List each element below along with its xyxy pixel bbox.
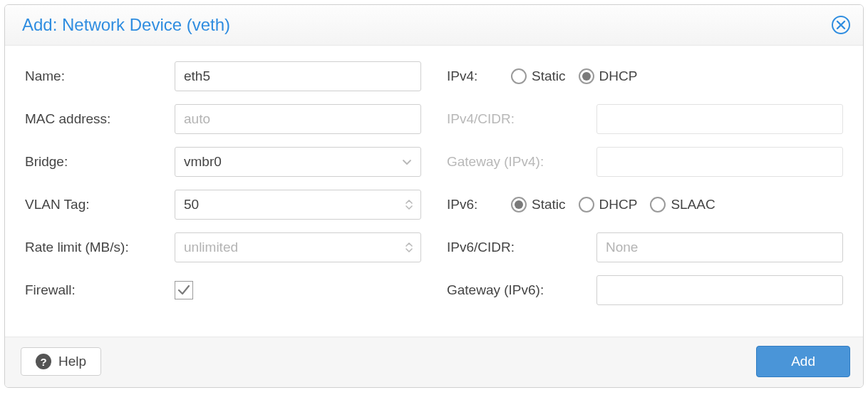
help-icon: ? <box>36 354 51 369</box>
ipv4-dhcp-radio[interactable]: DHCP <box>579 68 638 84</box>
field-name: Name: <box>25 61 421 91</box>
field-mac: MAC address: <box>25 104 421 134</box>
close-button[interactable] <box>832 16 850 34</box>
ipv6-dhcp-radio[interactable]: DHCP <box>579 197 638 212</box>
check-icon <box>177 283 191 297</box>
close-icon <box>836 20 846 30</box>
vlan-value: 50 <box>184 197 405 212</box>
field-ipv4-mode: IPv4: Static DHCP <box>447 61 843 91</box>
ipv4cidr-label: IPv4/CIDR: <box>447 111 596 127</box>
ipv6-label: IPv6: <box>447 197 511 212</box>
field-ipv6-mode: IPv6: Static DHCP SLAAC <box>447 190 843 220</box>
radio-icon <box>511 197 527 212</box>
name-label: Name: <box>25 68 175 84</box>
mac-label: MAC address: <box>25 111 175 127</box>
rate-input[interactable]: unlimited <box>175 232 421 262</box>
gw6-label: Gateway (IPv6): <box>447 282 596 298</box>
gw4-input <box>596 147 843 177</box>
field-rate: Rate limit (MB/s): unlimited <box>25 232 421 262</box>
radio-icon <box>579 68 594 84</box>
ipv6-dhcp-label: DHCP <box>599 197 638 212</box>
name-input[interactable] <box>175 61 421 91</box>
field-firewall: Firewall: <box>25 275 421 305</box>
right-column: IPv4: Static DHCP IPv4/CIDR: <box>447 61 843 318</box>
firewall-checkbox[interactable] <box>175 281 193 299</box>
dialog-title: Add: Network Device (veth) <box>22 15 230 35</box>
ipv6-slaac-radio[interactable]: SLAAC <box>650 197 715 212</box>
ipv4cidr-input <box>596 104 843 134</box>
help-button[interactable]: ? Help <box>21 347 101 376</box>
chevron-down-icon <box>401 158 413 165</box>
dialog-header: Add: Network Device (veth) <box>5 5 863 46</box>
radio-icon <box>579 197 594 212</box>
ipv6-static-label: Static <box>532 197 566 212</box>
rate-placeholder: unlimited <box>184 240 405 255</box>
dialog-body: Name: MAC address: Bridge: vmbr0 <box>5 46 863 337</box>
vlan-label: VLAN Tag: <box>25 197 175 212</box>
vlan-input[interactable]: 50 <box>175 190 421 220</box>
spinner-arrows-icon <box>405 199 413 210</box>
ipv4-radio-group: Static DHCP <box>511 68 843 84</box>
dialog-footer: ? Help Add <box>5 337 863 387</box>
add-button[interactable]: Add <box>756 346 850 377</box>
field-gw4: Gateway (IPv4): <box>447 147 843 177</box>
left-column: Name: MAC address: Bridge: vmbr0 <box>25 61 421 318</box>
radio-icon <box>650 197 666 212</box>
ipv6cidr-input[interactable] <box>596 232 843 262</box>
ipv4-static-radio[interactable]: Static <box>511 68 566 84</box>
field-ipv6cidr: IPv6/CIDR: <box>447 232 843 262</box>
ipv4-label: IPv4: <box>447 68 511 84</box>
bridge-label: Bridge: <box>25 154 175 170</box>
gw6-input[interactable] <box>596 275 843 305</box>
firewall-label: Firewall: <box>25 282 175 298</box>
ipv4-static-label: Static <box>532 68 566 84</box>
ipv4-dhcp-label: DHCP <box>599 68 638 84</box>
gw4-label: Gateway (IPv4): <box>447 154 596 170</box>
bridge-select[interactable]: vmbr0 <box>175 147 421 177</box>
ipv6cidr-label: IPv6/CIDR: <box>447 240 596 255</box>
mac-input[interactable] <box>175 104 421 134</box>
ipv6-static-radio[interactable]: Static <box>511 197 566 212</box>
field-ipv4cidr: IPv4/CIDR: <box>447 104 843 134</box>
ipv6-radio-group: Static DHCP SLAAC <box>511 197 843 212</box>
radio-icon <box>511 68 527 84</box>
spinner-arrows-icon <box>405 242 413 253</box>
ipv6-slaac-label: SLAAC <box>671 197 715 212</box>
bridge-value: vmbr0 <box>184 154 401 170</box>
field-vlan: VLAN Tag: 50 <box>25 190 421 220</box>
rate-label: Rate limit (MB/s): <box>25 240 175 255</box>
help-label: Help <box>58 354 86 369</box>
field-gw6: Gateway (IPv6): <box>447 275 843 305</box>
dialog: Add: Network Device (veth) Name: MAC add… <box>4 4 864 388</box>
field-bridge: Bridge: vmbr0 <box>25 147 421 177</box>
